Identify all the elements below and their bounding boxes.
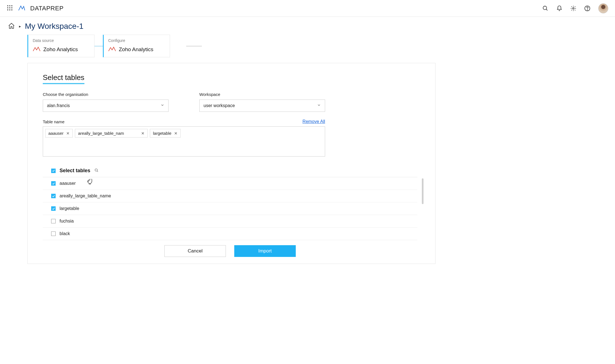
svg-line-10 <box>546 9 548 10</box>
zoho-analytics-icon <box>33 46 41 53</box>
tag-label: areally_large_table_nam <box>78 131 124 136</box>
chevron-right-icon: ▸ <box>19 24 21 29</box>
close-icon[interactable]: ✕ <box>174 131 178 136</box>
table-row[interactable]: areally_large_table_name <box>43 190 417 202</box>
table-name-label: Table name <box>43 119 65 124</box>
chevron-down-icon <box>160 103 164 108</box>
workspace-select[interactable]: user workspace <box>199 100 325 112</box>
tables-section: Select tables aaauser areally_large_tabl… <box>43 165 417 257</box>
table-name: black <box>60 231 70 236</box>
org-select[interactable]: alan.francis <box>43 100 169 112</box>
table-tag-area[interactable]: aaauser ✕ areally_large_table_nam ✕ larg… <box>43 126 325 157</box>
step-label: Configure <box>108 38 165 43</box>
step-card-data-source[interactable]: Data source Zoho Analytics <box>27 35 94 57</box>
import-button[interactable]: Import <box>234 245 296 257</box>
table-checkbox[interactable] <box>51 231 56 236</box>
table-name: fuchsia <box>60 219 74 224</box>
remove-all-link[interactable]: Remove All <box>302 119 325 124</box>
table-checkbox[interactable] <box>51 219 56 223</box>
select-all-checkbox[interactable] <box>51 169 56 173</box>
table-row[interactable]: black <box>43 228 417 240</box>
svg-rect-1 <box>9 5 10 6</box>
gear-icon[interactable] <box>570 5 576 11</box>
tag-label: aaauser <box>48 131 63 136</box>
svg-rect-3 <box>7 7 8 8</box>
chevron-down-icon <box>317 103 321 108</box>
org-label: Choose the organisation <box>43 92 169 97</box>
table-tag: aaauser ✕ <box>45 129 73 138</box>
dataprep-logo-icon <box>18 4 25 12</box>
svg-rect-5 <box>11 7 13 8</box>
bell-icon[interactable] <box>556 5 562 11</box>
avatar[interactable] <box>598 3 608 13</box>
top-bar: DATAPREP <box>0 0 615 17</box>
workspace-label: Workspace <box>199 92 325 97</box>
table-row[interactable]: largetable <box>43 202 417 215</box>
workspace-select-value: user workspace <box>204 103 235 108</box>
cancel-button[interactable]: Cancel <box>164 245 226 257</box>
svg-rect-0 <box>7 5 8 6</box>
svg-rect-6 <box>7 10 8 11</box>
apps-grid-icon[interactable] <box>7 5 13 12</box>
step-name: Zoho Analytics <box>119 46 153 53</box>
breadcrumb: ▸ My Workspace-1 <box>0 17 615 35</box>
table-tag: largetable ✕ <box>150 129 181 138</box>
table-list: aaauser areally_large_table_name largeta… <box>43 177 417 240</box>
table-row[interactable]: aaauser <box>43 177 417 190</box>
configure-panel: Select tables Choose the organisation al… <box>27 63 436 264</box>
table-checkbox[interactable] <box>51 194 56 198</box>
help-icon[interactable] <box>584 5 590 11</box>
cursor-icon <box>87 179 94 186</box>
table-checkbox[interactable] <box>51 181 56 186</box>
scrollbar[interactable] <box>422 178 424 204</box>
brand-name: DATAPREP <box>30 5 63 12</box>
tag-label: largetable <box>153 131 171 136</box>
zoho-analytics-icon <box>108 46 116 53</box>
panel-title: Select tables <box>43 73 84 84</box>
search-icon[interactable] <box>94 168 99 174</box>
search-icon[interactable] <box>542 5 548 11</box>
close-icon[interactable]: ✕ <box>141 131 145 136</box>
step-connector <box>94 46 103 46</box>
tables-header-title: Select tables <box>60 168 90 174</box>
action-row: Cancel Import <box>43 245 417 257</box>
svg-rect-7 <box>9 10 10 11</box>
step-placeholder <box>186 46 202 46</box>
step-card-configure[interactable]: Configure Zoho Analytics <box>103 35 170 57</box>
svg-point-14 <box>95 169 98 171</box>
table-row[interactable]: fuchsia <box>43 215 417 228</box>
svg-line-15 <box>97 171 98 172</box>
step-name: Zoho Analytics <box>43 46 78 53</box>
svg-point-13 <box>587 10 587 10</box>
table-checkbox[interactable] <box>51 206 56 211</box>
org-select-value: alan.francis <box>47 103 70 108</box>
step-label: Data source <box>33 38 90 43</box>
workspace-title[interactable]: My Workspace-1 <box>25 22 84 31</box>
svg-point-9 <box>543 6 547 10</box>
svg-rect-2 <box>11 5 13 6</box>
tables-header: Select tables <box>43 165 417 177</box>
steps-row: Data source Zoho Analytics Configure Zoh… <box>0 35 615 63</box>
table-name: areally_large_table_name <box>60 193 111 198</box>
close-icon[interactable]: ✕ <box>66 131 70 136</box>
table-tag: areally_large_table_nam ✕ <box>75 129 148 138</box>
svg-rect-4 <box>9 7 10 8</box>
svg-point-11 <box>573 8 574 9</box>
table-name: largetable <box>60 206 79 211</box>
svg-rect-8 <box>11 10 13 11</box>
home-icon[interactable] <box>8 22 15 30</box>
table-name: aaauser <box>60 181 76 186</box>
